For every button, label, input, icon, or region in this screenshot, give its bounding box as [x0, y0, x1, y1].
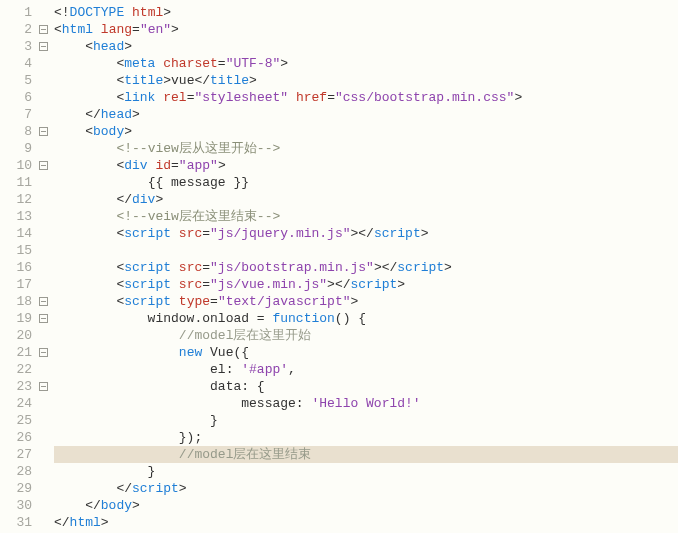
token: </ — [194, 73, 210, 88]
line-number: 11 — [8, 174, 32, 191]
line-number: 5 — [8, 72, 32, 89]
fold-marker — [36, 395, 50, 412]
code-line: </script> — [54, 480, 678, 497]
token: '#app' — [241, 362, 288, 377]
line-number-gutter: 1234567891011121314151617181920212223242… — [0, 0, 36, 533]
fold-marker — [36, 72, 50, 89]
token: html — [62, 22, 93, 37]
code-line: <title>vue</title> — [54, 72, 678, 89]
token: DOCTYPE — [70, 5, 125, 20]
token: body — [101, 498, 132, 513]
token: message: — [54, 396, 311, 411]
token: < — [54, 56, 124, 71]
token: < — [54, 260, 124, 275]
fold-toggle-icon[interactable] — [39, 25, 48, 34]
token: function — [272, 311, 334, 326]
token: > — [218, 158, 226, 173]
token: < — [54, 73, 124, 88]
fold-marker — [36, 225, 50, 242]
line-number: 27 — [8, 446, 32, 463]
code-line: {{ message }} — [54, 174, 678, 191]
fold-marker[interactable] — [36, 310, 50, 327]
token: //model层在这里结束 — [179, 447, 312, 462]
line-number: 23 — [8, 378, 32, 395]
fold-marker[interactable] — [36, 38, 50, 55]
fold-toggle-icon[interactable] — [39, 127, 48, 136]
token — [171, 226, 179, 241]
token: charset — [163, 56, 218, 71]
token: head — [93, 39, 124, 54]
token — [288, 90, 296, 105]
token: = — [202, 260, 210, 275]
token: lang — [101, 22, 132, 37]
token: < — [54, 277, 124, 292]
code-line: </head> — [54, 106, 678, 123]
token: new — [179, 345, 202, 360]
token: = — [202, 277, 210, 292]
token: ></ — [327, 277, 350, 292]
token: vue — [171, 73, 194, 88]
token: = — [132, 22, 140, 37]
token: > — [155, 192, 163, 207]
token: < — [54, 39, 93, 54]
fold-marker — [36, 106, 50, 123]
token — [54, 345, 179, 360]
token: el: — [54, 362, 241, 377]
fold-marker — [36, 480, 50, 497]
token: 'Hello World!' — [311, 396, 420, 411]
line-number: 25 — [8, 412, 32, 429]
fold-marker — [36, 140, 50, 157]
token: } — [54, 464, 155, 479]
token: <!--veiw层在这里结束--> — [116, 209, 280, 224]
fold-marker — [36, 463, 50, 480]
code-line — [54, 242, 678, 259]
token: script — [124, 294, 171, 309]
token: </ — [54, 107, 101, 122]
fold-marker — [36, 327, 50, 344]
token: "en" — [140, 22, 171, 37]
line-number: 10 — [8, 157, 32, 174]
token: > — [124, 39, 132, 54]
code-line: <html lang="en"> — [54, 21, 678, 38]
code-line: }); — [54, 429, 678, 446]
line-number: 18 — [8, 293, 32, 310]
fold-toggle-icon[interactable] — [39, 382, 48, 391]
fold-marker[interactable] — [36, 123, 50, 140]
fold-marker[interactable] — [36, 157, 50, 174]
token: "stylesheet" — [194, 90, 288, 105]
code-line: <script src="js/jquery.min.js"></script> — [54, 225, 678, 242]
token: > — [514, 90, 522, 105]
line-number: 4 — [8, 55, 32, 72]
line-number: 26 — [8, 429, 32, 446]
code-line: new Vue({ — [54, 344, 678, 361]
token: script — [124, 260, 171, 275]
fold-toggle-icon[interactable] — [39, 348, 48, 357]
fold-marker[interactable] — [36, 344, 50, 361]
token: = — [218, 56, 226, 71]
token: > — [397, 277, 405, 292]
code-line: <!DOCTYPE html> — [54, 4, 678, 21]
fold-marker — [36, 514, 50, 531]
fold-marker[interactable] — [36, 378, 50, 395]
token: < — [54, 294, 124, 309]
token: > — [179, 481, 187, 496]
token: </ — [54, 515, 70, 530]
code-line: <!--view层从这里开始--> — [54, 140, 678, 157]
fold-toggle-icon[interactable] — [39, 314, 48, 323]
code-line: </body> — [54, 497, 678, 514]
fold-marker — [36, 89, 50, 106]
line-number: 12 — [8, 191, 32, 208]
token: = — [171, 158, 179, 173]
line-number: 2 — [8, 21, 32, 38]
code-line: } — [54, 463, 678, 480]
token: //model层在这里开始 — [179, 328, 312, 343]
token: script — [124, 226, 171, 241]
token: </ — [54, 481, 132, 496]
fold-marker — [36, 361, 50, 378]
fold-marker[interactable] — [36, 293, 50, 310]
fold-toggle-icon[interactable] — [39, 297, 48, 306]
token: > — [280, 56, 288, 71]
fold-marker[interactable] — [36, 21, 50, 38]
fold-toggle-icon[interactable] — [39, 42, 48, 51]
fold-toggle-icon[interactable] — [39, 161, 48, 170]
